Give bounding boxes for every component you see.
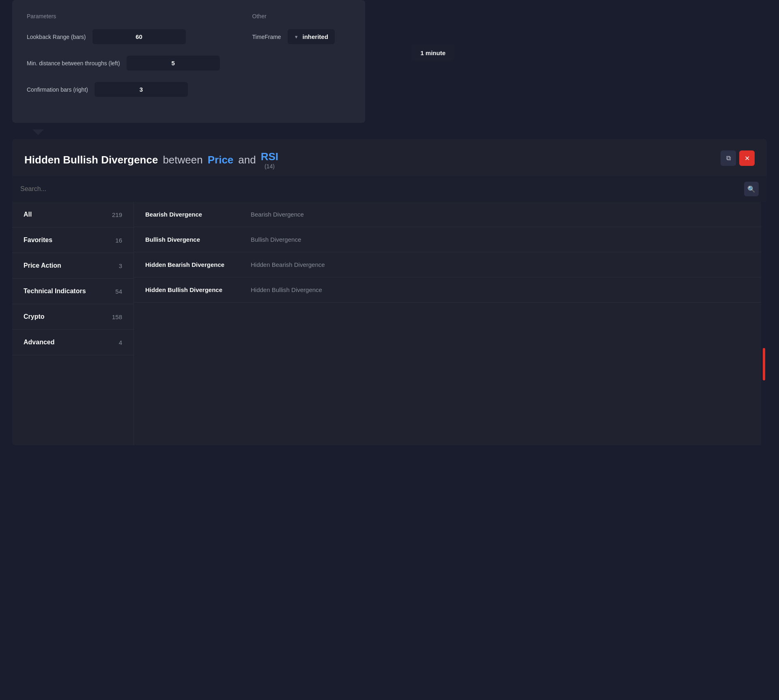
copy-button[interactable]: ⧉ xyxy=(721,150,736,166)
confirmation-label: Confirmation bars (right) xyxy=(27,86,88,93)
list-item[interactable]: Hidden Bullish Divergence Hidden Bullish… xyxy=(134,277,761,303)
sidebar-item-technical-indicators[interactable]: Technical Indicators 54 xyxy=(12,279,133,304)
sidebar-item-advanced[interactable]: Advanced 4 xyxy=(12,330,133,355)
title-main: Hidden Bullish Divergence xyxy=(24,154,158,166)
list-item-desc: Bearish Divergence xyxy=(251,211,304,218)
sidebar-item-name: Advanced xyxy=(24,339,54,346)
sidebar-item-name: Technical Indicators xyxy=(24,288,86,295)
chevron-down-icon: ▼ xyxy=(294,34,299,39)
list-item-desc: Bullish Divergence xyxy=(251,236,301,243)
sidebar-item-name: Crypto xyxy=(24,313,45,320)
scrollbar[interactable] xyxy=(761,202,767,445)
scrollbar-thumb[interactable] xyxy=(763,348,765,380)
lookback-label: Lookback Range (bars) xyxy=(27,34,86,40)
confirmation-input[interactable] xyxy=(95,82,188,97)
close-button[interactable]: ✕ xyxy=(739,150,755,166)
title-bar: Hidden Bullish Divergence between Price … xyxy=(12,139,767,176)
rsi-link[interactable]: RSI xyxy=(261,150,278,163)
title-actions: ⧉ ✕ xyxy=(721,150,755,166)
minute-button[interactable]: 1 minute xyxy=(411,45,454,61)
sidebar-item-count: 219 xyxy=(112,211,122,218)
other-label: Other xyxy=(252,13,335,19)
sidebar-item-crypto[interactable]: Crypto 158 xyxy=(12,304,133,330)
sidebar-item-all[interactable]: All 219 xyxy=(12,202,133,228)
list-item[interactable]: Hidden Bearish Divergence Hidden Bearish… xyxy=(134,252,761,277)
timeframe-select[interactable]: ▼ inherited xyxy=(288,29,335,44)
dropdown-arrow xyxy=(32,129,44,135)
min-distance-label: Min. distance between throughs (left) xyxy=(27,60,120,67)
price-link[interactable]: Price xyxy=(208,154,234,166)
list-item-desc: Hidden Bullish Divergence xyxy=(251,286,322,293)
title-between: between xyxy=(163,154,202,166)
sidebar-item-price-action[interactable]: Price Action 3 xyxy=(12,253,133,279)
list-item-name: Hidden Bearish Divergence xyxy=(145,261,243,268)
list-item-name: Bullish Divergence xyxy=(145,236,243,243)
sidebar-item-name: Favorites xyxy=(24,236,52,244)
sidebar-item-favorites[interactable]: Favorites 16 xyxy=(12,228,133,253)
sidebar-item-count: 3 xyxy=(119,262,122,269)
content-area: All 219 Favorites 16 Price Action 3 Tech… xyxy=(12,202,767,445)
parameters-label: Parameters xyxy=(27,13,220,19)
sidebar-item-count: 158 xyxy=(112,313,122,320)
lookback-input[interactable] xyxy=(93,29,186,44)
sidebar-item-count: 54 xyxy=(115,288,122,295)
sidebar-item-name: All xyxy=(24,211,32,218)
items-list: Bearish Divergence Bearish Divergence Bu… xyxy=(134,202,761,445)
sidebar: All 219 Favorites 16 Price Action 3 Tech… xyxy=(12,202,134,445)
rsi-subtitle: (14) xyxy=(265,163,275,170)
list-item[interactable]: Bearish Divergence Bearish Divergence xyxy=(134,202,761,227)
timeframe-label: TimeFrame xyxy=(252,34,281,40)
min-distance-input[interactable] xyxy=(127,56,220,71)
timeframe-value: inherited xyxy=(303,33,328,40)
list-item-name: Hidden Bullish Divergence xyxy=(145,286,243,293)
search-icon: 🔍 xyxy=(747,185,755,193)
list-item-name: Bearish Divergence xyxy=(145,211,243,218)
search-bar: 🔍 xyxy=(12,176,767,202)
title-and: and xyxy=(238,154,256,166)
list-item-desc: Hidden Bearish Divergence xyxy=(251,261,325,268)
search-button[interactable]: 🔍 xyxy=(744,182,759,196)
list-item[interactable]: Bullish Divergence Bullish Divergence xyxy=(134,227,761,252)
search-input[interactable] xyxy=(20,185,739,193)
sidebar-item-name: Price Action xyxy=(24,262,61,269)
sidebar-item-count: 4 xyxy=(119,339,122,346)
sidebar-item-count: 16 xyxy=(115,237,122,244)
